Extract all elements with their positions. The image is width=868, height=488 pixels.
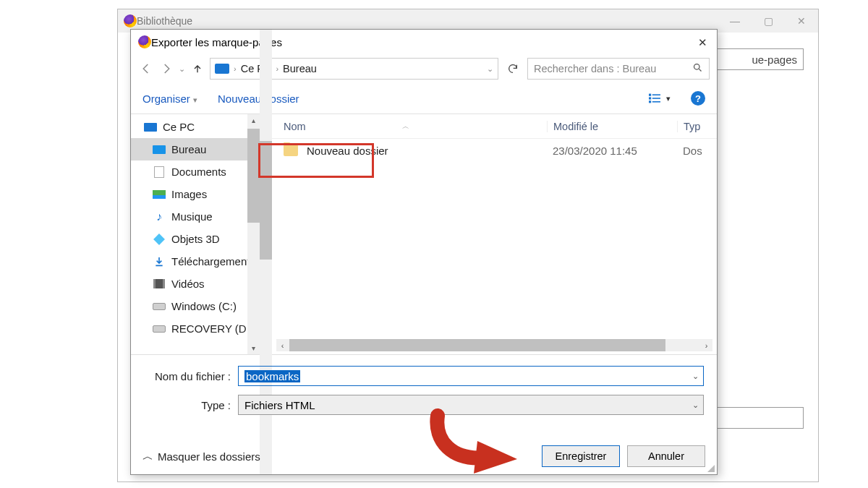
drive-icon xyxy=(153,324,166,334)
scroll-left-icon[interactable]: ‹ xyxy=(276,339,289,351)
refresh-button[interactable] xyxy=(503,59,523,79)
scroll-up-icon[interactable]: ▴ xyxy=(247,114,260,127)
search-input[interactable]: Rechercher dans : Bureau xyxy=(527,58,710,80)
resize-grip[interactable] xyxy=(706,463,715,472)
dialog-footer: ︿ Masquer les dossiers Enregistrer Annul… xyxy=(131,438,717,474)
chevron-down-icon[interactable]: ⌄ xyxy=(692,401,699,410)
svg-rect-4 xyxy=(652,94,660,95)
scroll-down-icon[interactable]: ▾ xyxy=(247,342,260,354)
tree-item-ce-pc[interactable]: Ce PC xyxy=(131,116,260,138)
pc-icon xyxy=(144,122,157,132)
svg-rect-6 xyxy=(652,101,660,103)
cancel-button[interactable]: Annuler xyxy=(627,445,705,467)
forward-button[interactable] xyxy=(158,61,174,77)
file-type: Dos xyxy=(677,145,717,157)
annotation-highlight-box xyxy=(258,143,374,178)
help-button[interactable]: ? xyxy=(691,91,705,106)
tree-item-objets-3d[interactable]: Objets 3D xyxy=(131,228,260,250)
new-folder-button[interactable]: Nouveau dossier xyxy=(218,93,299,105)
search-icon xyxy=(692,62,703,75)
downloads-icon xyxy=(153,257,166,267)
firefox-icon xyxy=(138,35,151,48)
hide-folders-toggle[interactable]: ︿ Masquer les dossiers xyxy=(142,450,260,463)
tree-item-musique[interactable]: ♪ Musique xyxy=(131,205,260,228)
history-dropdown-icon[interactable]: ⌄ xyxy=(179,64,185,74)
column-name[interactable]: Nom ︿ xyxy=(272,121,547,132)
svg-rect-2 xyxy=(649,97,651,99)
filename-label: Nom du fichier : xyxy=(144,370,238,382)
window-controls: — ▢ ✕ xyxy=(718,9,818,33)
path-current[interactable]: Bureau xyxy=(283,63,317,74)
desktop-icon xyxy=(153,145,166,155)
maximize-button[interactable]: ▢ xyxy=(752,9,785,33)
tree-item-videos[interactable]: Vidéos xyxy=(131,273,260,295)
tree-item-documents[interactable]: Documents xyxy=(131,160,260,183)
filename-input[interactable]: bookmarks ⌄ xyxy=(238,366,704,386)
form-area: Nom du fichier : bookmarks ⌄ Type : Fich… xyxy=(131,355,717,417)
path-dropdown-icon[interactable]: ⌄ xyxy=(487,64,493,74)
type-select[interactable]: Fichiers HTML ⌄ xyxy=(238,395,704,415)
chevron-up-icon: ︿ xyxy=(142,450,153,463)
horizontal-scrollbar[interactable]: ‹ › xyxy=(276,339,712,351)
dialog-close-button[interactable]: ✕ xyxy=(694,34,711,51)
svg-point-0 xyxy=(694,64,700,70)
pc-icon xyxy=(215,64,229,74)
close-button[interactable]: ✕ xyxy=(785,9,818,33)
drive-icon xyxy=(153,301,166,312)
tree-item-images[interactable]: Images xyxy=(131,183,260,205)
back-button[interactable] xyxy=(138,61,154,77)
svg-rect-1 xyxy=(649,94,651,96)
content-area: Ce PC Bureau Documents Images ♪ Musique … xyxy=(131,114,717,355)
videos-icon xyxy=(153,279,166,289)
images-icon xyxy=(153,189,166,200)
dialog-titlebar: Exporter les marque-pages ✕ xyxy=(131,30,717,54)
tree-item-telechargements[interactable]: Téléchargements xyxy=(131,250,260,273)
file-modified: 23/03/2020 11:45 xyxy=(547,145,677,157)
navigation-row: ⌄ › Ce PC › Bureau ⌄ Rechercher dans : B… xyxy=(131,54,717,83)
file-header: Nom ︿ Modifié le Typ xyxy=(272,114,717,139)
filename-value: bookmarks xyxy=(244,370,300,382)
save-button[interactable]: Enregistrer xyxy=(542,445,620,467)
type-label: Type : xyxy=(144,399,238,411)
documents-icon xyxy=(153,167,166,177)
organize-menu[interactable]: Organiser ▾ xyxy=(142,93,197,105)
scroll-right-icon[interactable]: › xyxy=(700,339,712,351)
search-placeholder: Rechercher dans : Bureau xyxy=(534,63,656,74)
column-modified[interactable]: Modifié le xyxy=(547,121,677,132)
up-button[interactable] xyxy=(190,61,205,77)
objects3d-icon xyxy=(153,234,166,244)
type-value: Fichiers HTML xyxy=(244,399,315,411)
svg-rect-3 xyxy=(649,100,651,103)
tree-item-windows-c[interactable]: Windows (C:) xyxy=(131,295,260,317)
save-dialog: Exporter les marque-pages ✕ ⌄ › Ce PC › … xyxy=(130,29,718,475)
hscroll-thumb[interactable] xyxy=(289,339,665,351)
column-type[interactable]: Typ xyxy=(677,121,717,132)
folder-tree[interactable]: Ce PC Bureau Documents Images ♪ Musique … xyxy=(131,114,260,354)
tree-item-recovery-d[interactable]: RECOVERY (D:) xyxy=(131,317,260,340)
view-options-button[interactable]: ▾ xyxy=(647,93,671,104)
library-title: Bibliothèque xyxy=(137,15,192,27)
tree-item-bureau[interactable]: Bureau xyxy=(131,138,260,160)
firefox-icon xyxy=(124,14,137,27)
sort-asc-icon: ︿ xyxy=(402,121,409,132)
svg-rect-5 xyxy=(652,98,660,99)
music-icon: ♪ xyxy=(153,212,166,222)
address-bar[interactable]: › Ce PC › Bureau ⌄ xyxy=(210,58,498,80)
toolbar: Organiser ▾ Nouveau dossier ▾ ? xyxy=(131,83,717,114)
chevron-down-icon[interactable]: ⌄ xyxy=(692,372,699,381)
minimize-button[interactable]: — xyxy=(718,9,752,33)
